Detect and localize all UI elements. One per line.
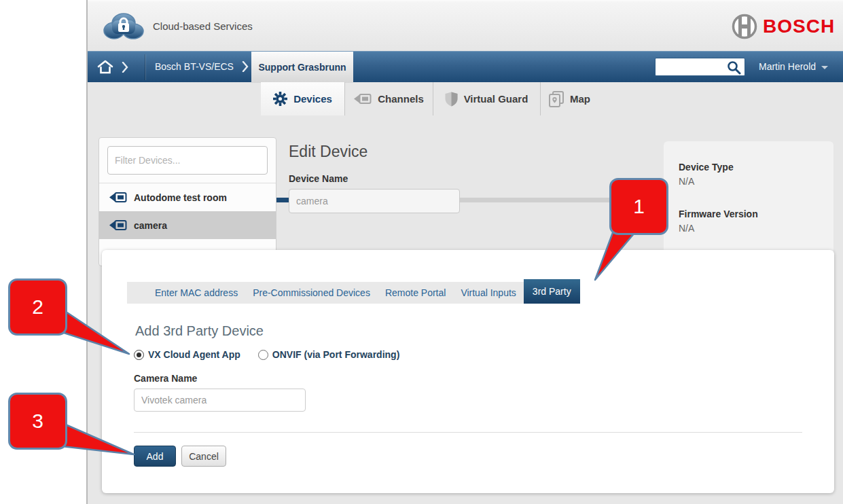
search-icon[interactable] [727, 60, 741, 75]
callout-badge-3: 3 [8, 393, 67, 450]
tab-devices[interactable]: Devices [261, 82, 344, 115]
device-name-input[interactable] [289, 189, 460, 213]
camera-name-field-label: Camera Name [134, 373, 197, 384]
breadcrumb-current[interactable]: Support Grasbrunn [251, 52, 353, 83]
user-menu[interactable]: Martin Herold [759, 61, 828, 72]
dialog-tab-pre-commissioned[interactable]: Pre-Commissioned Devices [245, 282, 378, 304]
callout-badge-2: 2 [8, 278, 67, 336]
device-list-item[interactable]: Autodome test room [99, 183, 276, 211]
radio-icon [258, 350, 268, 360]
dialog-title: Add 3rd Party Device [135, 323, 264, 339]
callout-number: 3 [32, 410, 43, 433]
home-icon [97, 60, 113, 74]
callout-badge-1: 1 [609, 178, 668, 235]
radio-vx-cloud-agent[interactable]: VX Cloud Agent App [134, 349, 240, 360]
cloud-lock-icon [103, 10, 145, 41]
radio-icon [134, 350, 144, 360]
breadcrumb-current-label: Support Grasbrunn [258, 62, 346, 73]
device-list-item[interactable]: camera [99, 211, 276, 239]
user-name: Martin Herold [759, 61, 816, 72]
camera-icon [109, 192, 127, 203]
camera-name-input[interactable] [134, 389, 306, 412]
filter-devices-input[interactable] [107, 146, 268, 175]
breadcrumb-root-label: Bosch BT-VS/ECS [155, 61, 234, 72]
radio-label: ONVIF (via Port Forwarding) [272, 349, 399, 360]
tab-map-label: Map [570, 93, 590, 105]
dialog-tab-enter-mac[interactable]: Enter MAC address [147, 282, 245, 304]
app-header: Cloud-based Services BOSCH [88, 0, 843, 51]
dialog-tab-remote-portal[interactable]: Remote Portal [378, 282, 453, 304]
search-input[interactable] [658, 59, 726, 75]
dialog-tab-virtual-inputs[interactable]: Virtual Inputs [453, 282, 523, 304]
chevron-right-icon [122, 62, 128, 73]
navbar: Bosch BT-VS/ECS Support Grasbrunn Mart [88, 51, 843, 82]
bosch-wordmark: BOSCH [763, 16, 835, 37]
dialog-divider [134, 432, 802, 433]
search-box [655, 58, 745, 76]
filter-wrap [99, 138, 276, 183]
radio-group: VX Cloud Agent App ONVIF (via Port Forwa… [134, 349, 399, 360]
info-field-value: N/A [679, 176, 833, 187]
home-button[interactable] [97, 60, 128, 74]
breadcrumb-root[interactable]: Bosch BT-VS/ECS [155, 61, 249, 72]
cancel-button[interactable]: Cancel [181, 446, 226, 467]
main-tab-bar: Devices Channels [88, 82, 843, 115]
radio-onvif[interactable]: ONVIF (via Port Forwarding) [258, 349, 399, 360]
camera-icon [353, 93, 372, 105]
device-name-field-label: Device Name [289, 173, 348, 184]
app-window: Cloud-based Services BOSCH [86, 0, 843, 504]
info-field: Firmware Version N/A [679, 209, 833, 234]
device-name-label: Autodome test room [134, 192, 227, 203]
callout-number: 1 [633, 195, 645, 218]
add-button[interactable]: Add [134, 446, 176, 467]
shield-icon [445, 92, 458, 107]
camera-icon [109, 219, 127, 231]
info-field-label: Firmware Version [679, 209, 833, 219]
screenshot-stage: Cloud-based Services BOSCH [0, 0, 843, 504]
tab-map[interactable]: Map [540, 82, 672, 115]
info-field-value: N/A [679, 223, 833, 234]
chevron-down-icon [821, 66, 828, 69]
tab-devices-label: Devices [293, 93, 332, 105]
tab-virtual-guard[interactable]: Virtual Guard [433, 82, 540, 115]
device-list-panel: Autodome test room camera [98, 137, 276, 266]
tab-channels-label: Channels [378, 93, 424, 105]
page-title: Edit Device [289, 143, 367, 161]
radio-label: VX Cloud Agent App [148, 349, 240, 360]
map-pin-icon [549, 91, 564, 107]
device-name-label: camera [134, 220, 167, 231]
tab-channels[interactable]: Channels [344, 82, 433, 115]
info-field: Device Type N/A [679, 162, 833, 187]
tab-virtual-guard-label: Virtual Guard [464, 93, 528, 105]
bosch-logo-icon [732, 14, 757, 39]
callout-number: 2 [32, 295, 43, 319]
add-device-dialog: Enter MAC address Pre-Commissioned Devic… [102, 250, 834, 493]
app-title: Cloud-based Services [153, 20, 253, 32]
dialog-tab-bar: Enter MAC address Pre-Commissioned Devic… [127, 282, 580, 304]
info-field-label: Device Type [679, 162, 833, 173]
gear-icon [273, 92, 287, 106]
chevron-right-icon [242, 61, 249, 72]
navbar-divider [145, 54, 145, 80]
dialog-tab-3rd-party[interactable]: 3rd Party [524, 279, 580, 304]
